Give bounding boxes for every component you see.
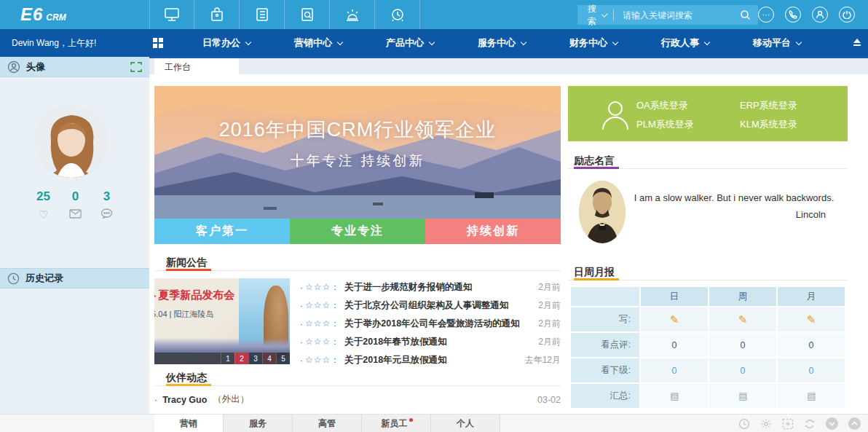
sidebar: 头像 25 ♡ 0 3 历史记录 bbox=[0, 57, 149, 414]
summary-list-icon[interactable]: ▤ bbox=[807, 390, 815, 401]
add-widget-icon[interactable] bbox=[782, 418, 794, 430]
refresh-icon[interactable] bbox=[804, 418, 816, 430]
continuous-innovation-button[interactable]: 持续创新 bbox=[425, 219, 561, 244]
user-greeting: Devin Wang，上午好! bbox=[12, 37, 96, 50]
news-row: · ☆☆☆： 关于进一步规范财务报销的通知 2月前 bbox=[300, 278, 561, 296]
search-icon[interactable] bbox=[740, 9, 758, 20]
search-doc-icon[interactable] bbox=[285, 0, 330, 29]
user-outline-icon bbox=[599, 98, 632, 133]
tab-label: 新员工 bbox=[382, 417, 408, 430]
subordinate-count-link[interactable]: 0 bbox=[778, 358, 845, 382]
comment-count: 3 bbox=[100, 189, 113, 204]
stars-icon: ☆☆☆： bbox=[305, 318, 340, 330]
pencil-icon[interactable]: ✎ bbox=[738, 313, 748, 326]
bullet: · bbox=[300, 319, 303, 329]
search-category-dropdown[interactable]: 搜索 bbox=[577, 3, 613, 28]
news-list: · ☆☆☆： 关于进一步规范财务报销的通知 2月前 · ☆☆☆： 关于北京分公司… bbox=[300, 278, 561, 369]
news-link[interactable]: 关于北京分公司组织架构及人事调整通知 bbox=[344, 299, 532, 312]
mail-stat[interactable]: 0 bbox=[69, 189, 82, 221]
partner-name-link[interactable]: Tracy Guo bbox=[162, 395, 207, 405]
comment-icon bbox=[100, 208, 113, 221]
carousel-title: ➤夏季新品发布会 bbox=[154, 288, 234, 302]
carousel-page-2[interactable]: 2 bbox=[234, 353, 248, 364]
nav-item-product-center[interactable]: 产品中心 bbox=[364, 29, 456, 57]
avatar-section-header[interactable]: 头像 bbox=[0, 57, 149, 77]
pencil-icon[interactable]: ✎ bbox=[670, 313, 679, 326]
news-link[interactable]: 关于2018年春节放假通知 bbox=[344, 336, 532, 348]
chevron-down-icon bbox=[429, 39, 435, 45]
nav-item-finance-center[interactable]: 财务中心 bbox=[548, 29, 639, 57]
carousel-page-3[interactable]: 3 bbox=[248, 353, 262, 364]
plm-login-link[interactable]: PLM系统登录 bbox=[636, 118, 694, 131]
alarm-siren-icon[interactable] bbox=[330, 0, 375, 29]
news-date: 2月前 bbox=[538, 281, 561, 294]
nav-item-daily-office[interactable]: 日常办公 bbox=[181, 29, 272, 57]
phone-icon[interactable] bbox=[785, 7, 801, 23]
pencil-icon[interactable]: ✎ bbox=[807, 313, 816, 326]
bottom-tab-service[interactable]: 服务 bbox=[224, 415, 293, 432]
banner[interactable]: 2016年中国CRM行业领军企业 十年专注 持续创新 bbox=[154, 86, 561, 219]
mail-icon bbox=[69, 208, 82, 221]
chevron-down-icon bbox=[337, 39, 343, 45]
news-carousel[interactable]: ➤夏季新品发布会 15.04 | 阳江海陵岛 1 2 3 4 5 bbox=[154, 278, 290, 364]
report-row-reviews: 看点评: 0 0 0 bbox=[571, 333, 845, 357]
tab-workbench[interactable]: 工作台 bbox=[154, 58, 239, 76]
nav-item-marketing-center[interactable]: 营销中心 bbox=[272, 29, 364, 57]
subordinate-count-link[interactable]: 0 bbox=[641, 358, 708, 382]
nav-label: 营销中心 bbox=[294, 36, 332, 50]
gear-icon[interactable] bbox=[760, 418, 772, 430]
topbar-icon-group bbox=[149, 0, 420, 29]
bottom-tab-personal[interactable]: 个人 bbox=[431, 415, 500, 432]
carousel-page-5[interactable]: 5 bbox=[276, 353, 290, 364]
comment-stat[interactable]: 3 bbox=[100, 189, 113, 221]
bullet: · bbox=[154, 395, 157, 405]
carousel-page-4[interactable]: 4 bbox=[262, 353, 276, 364]
scroll-down-icon[interactable] bbox=[826, 417, 838, 430]
avatar[interactable] bbox=[35, 105, 108, 178]
summary-list-icon[interactable]: ▤ bbox=[670, 390, 678, 401]
history-circle-icon[interactable] bbox=[738, 418, 750, 430]
news-link[interactable]: 关于进一步规范财务报销的通知 bbox=[344, 281, 532, 294]
banner-subtitle: 十年专注 持续创新 bbox=[154, 152, 561, 170]
clock-icon[interactable] bbox=[375, 0, 420, 29]
klm-login-link[interactable]: KLM系统登录 bbox=[740, 118, 797, 131]
history-section-header[interactable]: 历史记录 bbox=[0, 268, 149, 288]
bottom-tabs: 营销 服务 高管 新员工 个人 bbox=[154, 415, 500, 432]
nav-item-service-center[interactable]: 服务中心 bbox=[456, 29, 548, 57]
partner-date: 03-02 bbox=[537, 395, 561, 405]
subordinate-count-link[interactable]: 0 bbox=[709, 358, 776, 382]
news-link[interactable]: 关于举办2018年公司年会暨旅游活动的通知 bbox=[344, 318, 532, 330]
news-header-line bbox=[154, 270, 561, 271]
apps-grid-icon[interactable] bbox=[153, 38, 163, 48]
erp-login-link[interactable]: ERP系统登录 bbox=[740, 99, 797, 112]
carousel-page-1[interactable]: 1 bbox=[221, 353, 234, 364]
customer-first-button[interactable]: 客户第一 bbox=[154, 219, 290, 244]
shopping-bag-icon[interactable] bbox=[194, 0, 240, 29]
professional-focus-button[interactable]: 专业专注 bbox=[290, 219, 425, 244]
bottom-tab-new-employee[interactable]: 新员工 bbox=[362, 415, 431, 432]
nav-label: 日常办公 bbox=[202, 36, 240, 50]
nav-label: 服务中心 bbox=[478, 36, 516, 50]
scroll-up-icon[interactable] bbox=[848, 417, 861, 430]
nav-item-hr-admin[interactable]: 行政人事 bbox=[639, 29, 731, 57]
checklist-icon[interactable] bbox=[240, 0, 285, 29]
more-icon[interactable]: ⋯ bbox=[758, 7, 774, 23]
stars-icon: ☆☆☆： bbox=[305, 354, 340, 366]
search-input[interactable] bbox=[614, 10, 740, 20]
row-label: 写: bbox=[571, 307, 639, 331]
bottom-tab-executive[interactable]: 高管 bbox=[293, 415, 362, 432]
expand-icon[interactable] bbox=[130, 62, 142, 72]
collapse-icon[interactable] bbox=[852, 37, 862, 50]
history-clock-icon bbox=[7, 272, 20, 285]
tab-label: 服务 bbox=[249, 417, 267, 430]
report-row-write: 写: ✎ ✎ ✎ bbox=[571, 307, 845, 331]
likes-stat[interactable]: 25 ♡ bbox=[36, 189, 50, 221]
oa-login-link[interactable]: OA系统登录 bbox=[636, 99, 688, 112]
news-link[interactable]: 关于2018年元旦放假通知 bbox=[344, 354, 518, 366]
summary-list-icon[interactable]: ▤ bbox=[738, 390, 746, 401]
desktop-icon[interactable] bbox=[149, 0, 194, 29]
nav-item-mobile-platform[interactable]: 移动平台 bbox=[731, 29, 823, 57]
user-icon[interactable] bbox=[812, 7, 828, 23]
bottom-tab-marketing[interactable]: 营销 bbox=[154, 415, 224, 432]
power-icon[interactable] bbox=[839, 7, 855, 23]
